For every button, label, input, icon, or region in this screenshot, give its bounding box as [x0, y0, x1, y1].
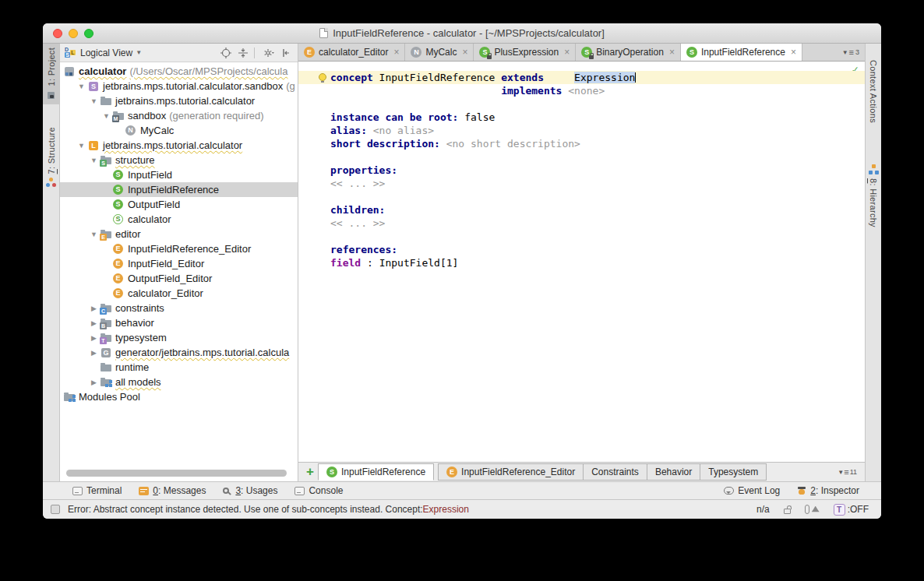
editor-line[interactable]: field : InputField[1]	[298, 256, 865, 269]
collapse-all-icon[interactable]	[236, 46, 250, 60]
tab-close-icon[interactable]: ×	[669, 47, 675, 58]
tree-row[interactable]: ▶Cconstraints	[60, 301, 298, 315]
editor-line[interactable]	[298, 230, 865, 243]
0-messages-button[interactable]: 0: Messages	[139, 485, 206, 496]
tree-row[interactable]: ▶Bbehavior	[60, 315, 298, 330]
expand-arrow[interactable]: ▶	[88, 305, 100, 312]
editor-tab[interactable]: SInputFieldReference×	[681, 44, 802, 61]
tree-row[interactable]: ▶Ttypesystem	[60, 330, 298, 345]
tree-row[interactable]: ▼Sjetbrains.mps.tutorial.calculator.sand…	[60, 79, 298, 93]
editor-tab-label: MyCalc	[425, 47, 457, 58]
tree-row[interactable]: ▶all models	[60, 375, 298, 389]
hide-panel-icon[interactable]	[279, 46, 293, 60]
tree-row[interactable]: ▼Sstructure	[60, 153, 298, 167]
language-icon: L	[87, 139, 100, 152]
tree-row[interactable]: ▼Ljetbrains.mps.tutorial.calculator	[60, 138, 298, 153]
t-state: :OFF	[848, 504, 869, 515]
tree-row[interactable]: EInputField_Editor	[60, 256, 298, 271]
tree-row[interactable]: SInputField	[60, 167, 298, 182]
expand-arrow[interactable]: ▶	[88, 379, 100, 386]
expand-arrow[interactable]: ▼	[76, 142, 87, 150]
3-usages-button[interactable]: 3: Usages	[223, 485, 277, 496]
close-window-button[interactable]	[53, 29, 62, 38]
editor-line[interactable]: alias: <no alias>	[298, 124, 865, 137]
tree-row[interactable]: Ecalculator_Editor	[60, 286, 298, 301]
aspect-tab[interactable]: SInputFieldReference	[318, 463, 434, 481]
editor-line[interactable]: instance can be root: false	[298, 111, 865, 124]
aspect-tab[interactable]: Typesystem	[700, 463, 767, 481]
editor-line[interactable]: children:	[298, 203, 865, 217]
editor-line[interactable]: properties:	[298, 164, 865, 177]
typing-mode-toggle[interactable]: T :OFF	[834, 504, 869, 516]
hierarchy-label: 8: Hierarchy	[869, 178, 878, 227]
locate-icon[interactable]	[219, 46, 233, 60]
folder-icon	[100, 361, 112, 374]
tab-close-icon[interactable]: ×	[791, 47, 796, 58]
lock-icon[interactable]	[784, 505, 791, 514]
editor-line[interactable]: concept InputFieldReference extends Expr…	[298, 71, 865, 84]
expand-arrow[interactable]: ▶	[88, 349, 100, 357]
add-aspect-button[interactable]: +	[302, 464, 319, 480]
console-button[interactable]: Console	[294, 485, 343, 496]
expand-arrow[interactable]: ▼	[88, 97, 100, 105]
tree-row[interactable]: EOutputField_Editor	[60, 271, 298, 286]
expand-arrow[interactable]: ▼	[88, 231, 100, 238]
expand-arrow[interactable]: ▶	[88, 334, 100, 342]
toolwindow-tab-project[interactable]: 1: Project	[43, 44, 59, 104]
minimize-window-button[interactable]	[69, 29, 78, 38]
toolwindow-tab-structure[interactable]: 7: Structure	[43, 115, 59, 199]
hector-icon[interactable]	[805, 505, 820, 514]
expand-arrow[interactable]: ▼	[76, 83, 87, 90]
editor-line[interactable]	[298, 97, 865, 111]
editor-line[interactable]	[298, 150, 865, 164]
editor-tab[interactable]: SBinaryOperation×	[576, 44, 681, 61]
editor-tab[interactable]: NMyCalc×	[405, 44, 474, 61]
tree-row[interactable]: NMyCalc	[60, 123, 298, 138]
editor-line[interactable]: << ... >>	[298, 217, 865, 230]
toolwindow-tab-hierarchy[interactable]: 8: Hierarchy	[866, 153, 881, 238]
editor-content[interactable]: ✓ concept InputFieldReference extends Ex…	[298, 62, 865, 462]
tab-close-icon[interactable]: ×	[564, 47, 570, 58]
editor-line[interactable]	[298, 190, 865, 203]
editor-tab[interactable]: Ecalculator_Editor×	[298, 44, 405, 61]
event-log-button[interactable]: Event Log	[724, 485, 780, 496]
aspect-tab[interactable]: EInputFieldReference_Editor	[438, 463, 584, 481]
aspect-tab[interactable]: Behavior	[647, 463, 700, 481]
tree-row[interactable]: calculator (/Users/Oscar/MPSProjects/cal…	[60, 64, 298, 79]
tree-row[interactable]: ▼jetbrains.mps.tutorial.calculator	[60, 93, 298, 108]
expand-arrow[interactable]: ▼	[101, 112, 112, 120]
zoom-window-button[interactable]	[84, 29, 93, 38]
tree-row[interactable]: SOutputField	[60, 197, 298, 212]
editor-tab[interactable]: SPlusExpression×	[474, 44, 576, 61]
tab-close-icon[interactable]: ×	[393, 47, 399, 58]
aspect-tab[interactable]: Constraints	[583, 463, 647, 481]
tab-list-dropdown[interactable]: ▼≡3	[837, 44, 865, 61]
expand-arrow[interactable]: ▼	[88, 157, 100, 164]
code-segment: short description:	[330, 138, 440, 150]
editor-line[interactable]: references:	[298, 243, 865, 256]
aspect-list-dropdown[interactable]: ▼≡11	[833, 467, 862, 477]
horizontal-scrollbar[interactable]	[66, 470, 287, 477]
tree-row[interactable]: Modules Pool	[60, 389, 298, 404]
tree-row[interactable]: EInputFieldReference_Editor	[60, 241, 298, 256]
terminal-button[interactable]: Terminal	[72, 485, 122, 496]
tree-row[interactable]: ▶Ggenerator/jetbrains.mps.tutorial.calcu…	[60, 345, 298, 360]
expand-arrow[interactable]: ▶	[88, 319, 100, 327]
code-segment: false	[458, 111, 495, 123]
e-node-icon: E	[446, 467, 457, 477]
intention-bulb-icon[interactable]	[319, 73, 326, 81]
gear-icon[interactable]	[262, 46, 276, 60]
tree-row[interactable]: ▼Eeditor	[60, 227, 298, 241]
editor-line[interactable]: short description: <no short description…	[298, 137, 865, 150]
tree-row[interactable]: Scalculator	[60, 212, 298, 227]
background-tasks-icon[interactable]	[51, 505, 60, 514]
editor-line[interactable]: << ... >>	[298, 177, 865, 190]
2-inspector-button[interactable]: 2: Inspector	[797, 485, 859, 496]
tab-close-icon[interactable]: ×	[462, 47, 467, 58]
tree-row[interactable]: SInputFieldReference	[60, 182, 298, 197]
view-selector[interactable]: Logical View	[80, 48, 132, 58]
tree-row[interactable]: runtime	[60, 360, 298, 375]
toolwindow-tab-context-actions[interactable]: Context Actions	[866, 48, 881, 134]
tree-row[interactable]: ▼Msandbox (generation required)	[60, 108, 298, 123]
editor-line[interactable]: implements <none>	[298, 84, 865, 97]
